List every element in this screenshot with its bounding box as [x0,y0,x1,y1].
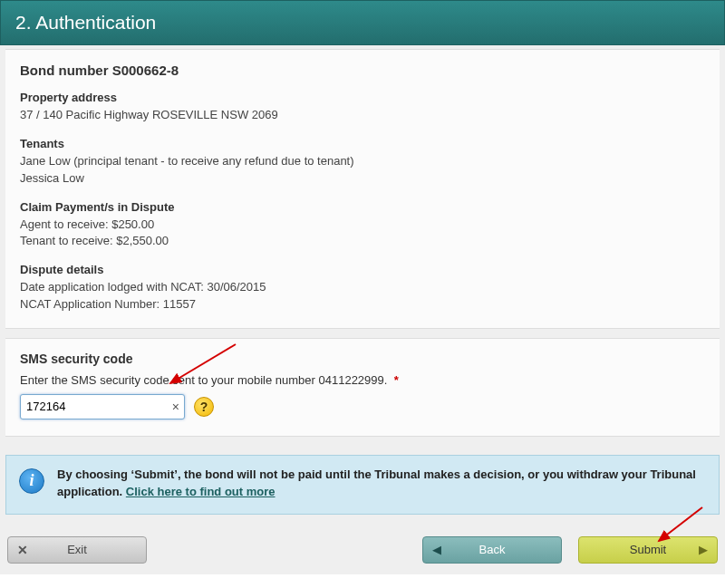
chevron-left-icon: ◀ [432,543,441,556]
required-asterisk: * [394,373,399,387]
property-address-label: Property address [20,91,705,104]
chevron-right-icon: ▶ [699,543,708,556]
info-box: i By choosing ‘Submit’, the bond will no… [5,455,720,515]
sms-title: SMS security code [20,352,705,366]
submit-button[interactable]: Submit ▶ [578,536,718,564]
help-icon[interactable]: ? [194,397,214,417]
info-text: By choosing ‘Submit’, the bond will not … [57,467,706,501]
button-row: ✕ Exit ◀ Back Submit ▶ [5,536,720,564]
ncat-number: NCAT Application Number: 11557 [20,296,705,313]
submit-button-label: Submit [630,543,666,556]
info-link[interactable]: Click here to find out more [126,485,276,498]
tenant-row: Jessica Low [20,170,705,188]
sms-instruction: Enter the SMS security code sent to your… [20,373,705,387]
bond-number: Bond number S000662-8 [20,63,705,78]
claim-payment-values: Agent to receive: $250.00 Tenant to rece… [20,217,705,251]
clear-input-icon[interactable]: × [172,400,179,413]
back-button-label: Back [479,543,506,556]
tenants-label: Tenants [20,137,705,150]
step-title: 2. Authentication [15,12,156,33]
dispute-date: Date application lodged with NCAT: 30/06… [20,279,705,296]
step-header: 2. Authentication [0,0,725,45]
agent-to-receive: Agent to receive: $250.00 [20,217,705,234]
back-button[interactable]: ◀ Back [422,536,562,564]
info-icon: i [19,468,44,494]
property-address-value: 37 / 140 Pacific Highway ROSEVILLE NSW 2… [20,107,705,124]
claim-payment-label: Claim Payment/s in Dispute [20,200,705,214]
sms-code-input[interactable] [20,394,185,419]
exit-button[interactable]: ✕ Exit [7,536,147,564]
exit-button-label: Exit [67,543,87,556]
close-icon: ✕ [17,543,28,557]
tenants-list: Jane Low (principal tenant - to receive … [20,153,705,188]
sms-instruction-text: Enter the SMS security code sent to your… [20,373,387,387]
bond-details-panel: Bond number S000662-8 Property address 3… [5,49,720,329]
dispute-details-label: Dispute details [20,263,705,276]
sms-security-panel: SMS security code Enter the SMS security… [5,338,720,437]
tenant-to-receive: Tenant to receive: $2,550.00 [20,233,705,250]
tenant-row: Jane Low (principal tenant - to receive … [20,153,705,170]
dispute-details-values: Date application lodged with NCAT: 30/06… [20,279,705,313]
